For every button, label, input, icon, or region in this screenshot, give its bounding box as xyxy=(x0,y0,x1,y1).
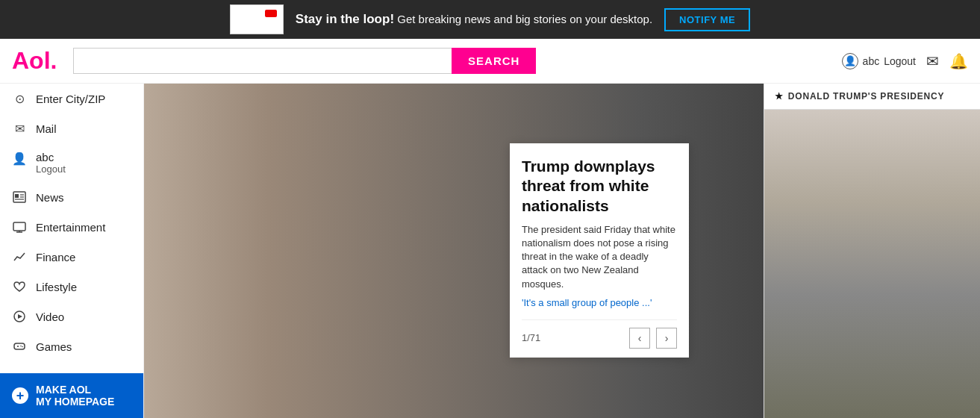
plus-icon: + xyxy=(12,387,28,404)
right-panel-title: DONALD TRUMP'S PRESIDENCY xyxy=(788,91,945,102)
entertainment-icon xyxy=(12,219,27,234)
news-card-title: Trump downplays threat from white nation… xyxy=(522,157,677,216)
notify-preview-image xyxy=(230,4,284,34)
right-panel: ★ DONALD TRUMP'S PRESIDENCY xyxy=(764,84,980,418)
sidebar-label-finance: Finance xyxy=(36,251,75,263)
svg-rect-5 xyxy=(13,222,25,231)
svg-rect-1 xyxy=(15,194,19,198)
news-card-description: The president said Friday that white nat… xyxy=(522,223,677,291)
aol-logo[interactable]: Aol. xyxy=(12,47,57,75)
lifestyle-icon xyxy=(12,279,27,294)
location-icon: ⊙ xyxy=(12,91,27,106)
sidebar: ⊙ Enter City/ZIP ✉ Mail 👤 abc Logout xyxy=(0,84,144,418)
right-panel-header: ★ DONALD TRUMP'S PRESIDENCY xyxy=(764,84,980,110)
sidebar-item-entertainment[interactable]: Entertainment xyxy=(0,212,143,242)
user-nav-icon: 👤 xyxy=(12,151,27,166)
sidebar-label-location: Enter City/ZIP xyxy=(36,93,105,105)
hero-area: Trump downplays threat from white nation… xyxy=(144,84,764,418)
make-homepage-line1: MAKE AOL xyxy=(36,384,114,396)
search-input[interactable] xyxy=(73,48,452,74)
svg-point-14 xyxy=(22,346,23,348)
header-username: abc xyxy=(863,55,880,67)
sidebar-item-finance[interactable]: Finance xyxy=(0,242,143,272)
sidebar-user-logout[interactable]: Logout xyxy=(36,163,66,175)
sidebar-label-news: News xyxy=(36,191,64,204)
notify-tagline-bold: Stay in the loop! xyxy=(296,12,394,26)
sidebar-username: abc xyxy=(36,151,66,163)
video-icon xyxy=(12,309,27,324)
svg-point-13 xyxy=(20,346,22,347)
svg-rect-10 xyxy=(14,343,25,349)
sidebar-label-entertainment: Entertainment xyxy=(36,221,105,234)
finance-icon xyxy=(12,249,27,264)
news-card-navigation: 1/71 ‹ › xyxy=(522,319,677,349)
header-right: 👤 abc Logout ✉ 🔔 xyxy=(842,52,968,70)
news-icon xyxy=(12,190,27,205)
sidebar-item-news[interactable]: News xyxy=(0,182,143,212)
right-panel-image xyxy=(764,110,980,418)
sidebar-item-lifestyle[interactable]: Lifestyle xyxy=(0,272,143,302)
svg-marker-9 xyxy=(18,314,22,319)
mail-nav-icon: ✉ xyxy=(12,121,27,136)
right-panel-photo xyxy=(764,110,980,418)
sidebar-label-lifestyle: Lifestyle xyxy=(36,281,77,293)
bell-icon[interactable]: 🔔 xyxy=(949,52,968,70)
sidebar-user-info: abc Logout xyxy=(36,151,66,175)
header-user: 👤 abc Logout xyxy=(842,53,916,69)
sidebar-label-games: Games xyxy=(36,340,72,353)
sidebar-user-section: 👤 abc Logout xyxy=(0,143,143,182)
sidebar-item-games[interactable]: Games xyxy=(0,331,143,361)
sidebar-item-mail[interactable]: ✉ Mail xyxy=(0,113,143,143)
search-button[interactable]: SEARCH xyxy=(452,48,536,74)
make-homepage-button[interactable]: + MAKE AOL MY HOMEPAGE xyxy=(0,373,143,418)
sidebar-label-mail: Mail xyxy=(36,122,57,135)
logo-text: Aol. xyxy=(12,47,57,74)
sidebar-item-location[interactable]: ⊙ Enter City/ZIP xyxy=(0,84,143,113)
header-logout[interactable]: Logout xyxy=(884,55,916,67)
make-homepage-line2: MY HOMEPAGE xyxy=(36,396,114,408)
header: Aol. SEARCH 👤 abc Logout ✉ 🔔 xyxy=(0,39,980,84)
news-card-counter: 1/71 xyxy=(522,332,540,343)
main-content: ⊙ Enter City/ZIP ✉ Mail 👤 abc Logout xyxy=(0,84,980,418)
search-form: SEARCH xyxy=(73,48,536,74)
notify-bar: Stay in the loop! Get breaking news and … xyxy=(0,0,980,39)
prev-arrow-button[interactable]: ‹ xyxy=(629,328,650,349)
mail-icon[interactable]: ✉ xyxy=(926,52,939,70)
news-card-arrows: ‹ › xyxy=(629,328,677,349)
sidebar-item-video[interactable]: Video xyxy=(0,302,143,331)
user-icon: 👤 xyxy=(842,53,858,69)
star-icon: ★ xyxy=(775,91,784,102)
make-homepage-text: MAKE AOL MY HOMEPAGE xyxy=(36,384,114,408)
news-card: Trump downplays threat from white nation… xyxy=(510,143,689,358)
next-arrow-button[interactable]: › xyxy=(656,328,677,349)
notify-text: Stay in the loop! Get breaking news and … xyxy=(296,12,652,27)
sidebar-label-video: Video xyxy=(36,311,64,323)
notify-me-button[interactable]: NOTIFY ME xyxy=(664,8,750,31)
games-icon xyxy=(12,339,27,354)
notify-tagline-rest: Get breaking news and big stories on you… xyxy=(397,13,652,25)
news-card-link[interactable]: 'It's a small group of people ...' xyxy=(522,297,652,308)
